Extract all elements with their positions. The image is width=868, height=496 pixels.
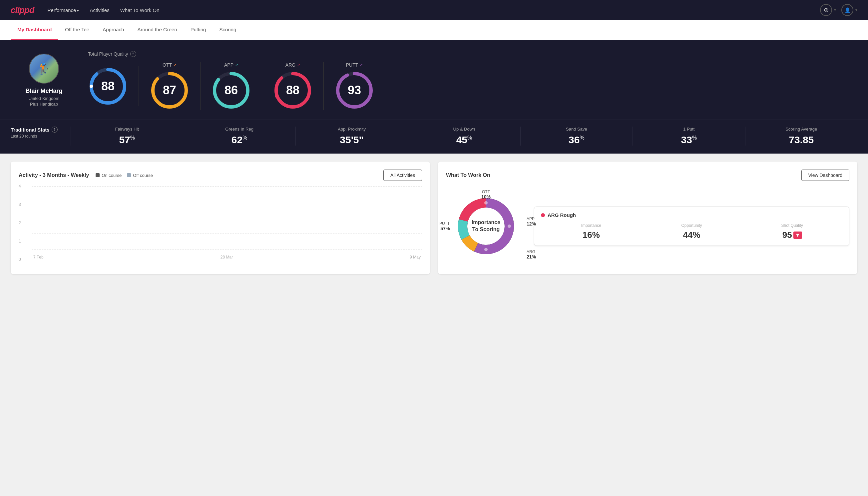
donut-center-line1: Importance [472,219,500,225]
donut-ott-value: 10% [481,194,491,200]
tab-around-the-green[interactable]: Around the Green [130,20,184,40]
ring-ott: 87 [149,70,190,110]
stat-greens-value: 62% [189,134,290,145]
circle-ott: OTT ↗ 87 [139,62,201,110]
circle-overall: 88 [88,66,139,106]
stat-app-proximity: App. Proximity 35'5" [296,127,408,145]
svg-point-11 [275,95,279,98]
ring-overall: 88 [88,66,128,106]
tab-scoring[interactable]: Scoring [212,20,243,40]
info-stat-opp-value: 44% [642,230,742,240]
nav-links: Performance Activities What To Work On [48,7,160,13]
nav-activities[interactable]: Activities [90,7,110,13]
trad-help-icon[interactable]: ? [52,127,58,133]
legend-dot-on-course [96,173,99,177]
logo[interactable]: clippd [11,5,34,15]
activity-card-header: Activity - 3 Months - Weekly On course O… [19,170,422,181]
donut-segment-1 [465,237,476,248]
stat-scoring-name: Scoring Average [751,127,852,131]
chart-legend: On course Off course [96,173,153,178]
x-label-mar: 28 Mar [221,255,233,260]
donut-arg-label-text: ARG [526,249,536,254]
tab-off-the-tee[interactable]: Off the Tee [58,20,96,40]
stat-up-down-value: 45% [413,134,515,145]
donut-app-value: 12% [526,221,536,227]
circle-arg-value: 88 [286,83,299,97]
hero-section: 🏌️ Blair McHarg United Kingdom Plus Hand… [0,40,868,120]
player-info: 🏌️ Blair McHarg United Kingdom Plus Hand… [11,51,77,107]
work-on-title: What To Work On [446,172,490,178]
info-card-title-text: ARG Rough [548,212,576,218]
legend-off-course: Off course [127,173,153,178]
donut-center-line2: To Scoring [472,227,500,232]
info-stat-sq-value: 95 ▼ [742,230,842,240]
work-on-card: What To Work On View Dashboard Importanc… [438,161,857,274]
user-menu-button[interactable]: 👤 [841,4,853,16]
circle-app-label: APP ↗ [224,62,238,68]
stat-putt-name: 1 Putt [638,127,739,131]
svg-point-18 [484,248,488,251]
nav-performance[interactable]: Performance [48,7,79,13]
y-label-2: 2 [19,220,21,225]
circle-ott-label: OTT ↗ [162,62,176,68]
info-stat-importance-label: Importance [541,223,642,228]
stat-sand-value: 36% [526,134,627,145]
info-stat-importance: Importance 16% [541,223,642,240]
stat-greens-in-reg: Greens In Reg 62% [183,127,295,145]
hero-inner: 🏌️ Blair McHarg United Kingdom Plus Hand… [11,51,857,110]
nav-what-to-work-on[interactable]: What To Work On [120,7,160,13]
all-activities-button[interactable]: All Activities [383,170,422,181]
y-label-3: 3 [19,202,21,207]
tab-approach[interactable]: Approach [96,20,130,40]
tab-my-dashboard[interactable]: My Dashboard [11,20,58,40]
activity-card: Activity - 3 Months - Weekly On course O… [11,161,430,274]
stat-1-putt: 1 Putt 33% [632,127,745,145]
app-arrow: ↗ [235,63,238,67]
circle-putt-label: PUTT ↗ [346,62,363,68]
help-icon[interactable]: ? [130,51,136,57]
svg-point-8 [213,89,216,92]
circle-putt: PUTT ↗ 93 [324,62,385,110]
arg-label-text: ARG [285,62,296,68]
circle-putt-value: 93 [348,83,361,97]
info-stat-shot-quality: Shot Quality 95 ▼ [742,223,842,240]
stat-sand-name: Sand Save [526,127,627,131]
sq-badge: ▼ [793,232,802,239]
x-label-feb: 7 Feb [33,255,44,260]
circle-overall-value: 88 [101,79,114,93]
trad-stats-subtitle: Last 20 rounds [11,134,70,139]
donut-label-putt: PUTT 57% [439,221,449,231]
putt-arrow: ↗ [359,63,363,67]
info-stat-sq-label: Shot Quality [742,223,842,228]
svg-point-5 [151,89,155,92]
arg-arrow: ↗ [297,63,300,67]
tab-putting[interactable]: Putting [184,20,213,40]
svg-point-14 [336,89,340,92]
bottom-section: Activity - 3 Months - Weekly On course O… [0,154,868,282]
circle-app-value: 86 [224,83,238,97]
app-label-text: APP [224,62,234,68]
stat-fairways-hit: Fairways Hit 57% [70,127,183,145]
info-stat-opp-label: Opportunity [642,223,742,228]
trad-stats-title: Traditional Stats ? [11,127,70,133]
info-card-stats: Importance 16% Opportunity 44% Shot Qual… [541,223,842,240]
donut-segment-3 [463,203,486,220]
player-country: United Kingdom [29,96,60,101]
donut-label-app: APP 12% [526,217,536,227]
total-quality-text: Total Player Quality [88,51,128,57]
sq-number: 95 [783,230,792,240]
stat-up-down: Up & Down 45% [408,127,520,145]
add-button[interactable]: ⊕ [820,4,832,16]
trad-stats-label-group: Traditional Stats ? Last 20 rounds [11,127,70,139]
stat-fairways-name: Fairways Hit [76,127,177,131]
svg-point-17 [508,224,511,228]
trad-stats-items: Fairways Hit 57% Greens In Reg 62% App. … [70,127,857,145]
ring-app: 86 [211,70,251,110]
stat-putt-value: 33% [638,134,739,145]
player-handicap: Plus Handicap [30,102,58,107]
donut-chart-area: Importance To Scoring OTT 10% PUTT 57% A… [446,186,526,266]
donut-center-text: Importance To Scoring [472,219,500,233]
x-label-may: 9 May [410,255,421,260]
view-dashboard-button[interactable]: View Dashboard [801,170,849,181]
circle-ott-value: 87 [163,83,176,97]
